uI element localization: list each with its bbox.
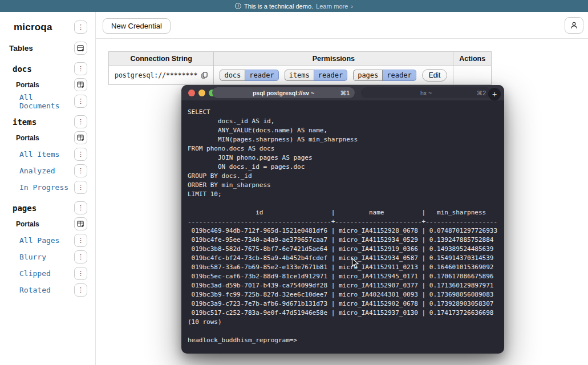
table-name[interactable]: items bbox=[13, 117, 37, 127]
analyzed-menu-button[interactable]: ⋮ bbox=[74, 164, 87, 177]
new-terminal-tab-button[interactable]: + bbox=[488, 88, 501, 100]
add-table-button[interactable] bbox=[74, 42, 87, 55]
user-account-button[interactable] bbox=[565, 17, 583, 34]
col-actions: Actions bbox=[453, 52, 492, 66]
sidebar-portal-all-documents: All Documents ⋮ bbox=[0, 95, 95, 108]
kebab-icon: ⋮ bbox=[78, 24, 84, 30]
col-permissions: Permissions bbox=[214, 52, 453, 66]
terminal-body[interactable]: SELECT docs._id AS id, ANY_VALUE(docs.na… bbox=[181, 100, 504, 354]
credential-row: postgresql://******** docsreaderitemsrea… bbox=[109, 66, 492, 85]
pages-add-portal-button[interactable] bbox=[74, 217, 87, 230]
actions-cell bbox=[453, 66, 492, 85]
portal-link[interactable]: All Items bbox=[19, 150, 59, 159]
tab-title: hx ~ bbox=[420, 90, 432, 96]
portal-link[interactable]: Blurry bbox=[19, 253, 46, 261]
all-items-menu-button[interactable]: ⋮ bbox=[74, 148, 87, 161]
info-icon: i bbox=[235, 3, 241, 9]
portal-link[interactable]: All Documents bbox=[19, 93, 74, 110]
sidebar-portal-rotated: Rotated ⋮ bbox=[0, 283, 95, 297]
new-credential-button[interactable]: New Credential bbox=[103, 18, 171, 34]
terminal-window: psql postgresql://sv ~ ⌘1 hx ~ ⌘2 + SELE… bbox=[181, 85, 504, 354]
person-icon bbox=[570, 21, 578, 30]
sidebar-table-items: items ⋮ bbox=[0, 115, 95, 128]
sidebar-portal-in-progress: In Progress ⋮ bbox=[0, 181, 95, 194]
kebab-icon: ⋮ bbox=[78, 184, 84, 190]
kebab-icon: ⋮ bbox=[78, 98, 84, 104]
sidebar-table-pages: pages ⋮ bbox=[0, 201, 95, 214]
col-connection-string: Connection String bbox=[109, 52, 214, 66]
tables-section-label: Tables bbox=[9, 44, 33, 52]
copy-icon[interactable] bbox=[201, 72, 208, 79]
items-add-portal-button[interactable] bbox=[74, 131, 87, 144]
banner-text: This is a technical demo. bbox=[244, 3, 313, 10]
permission-role: reader bbox=[245, 70, 278, 81]
table-name[interactable]: docs bbox=[13, 64, 32, 74]
app-header-row: microqa ⋮ bbox=[0, 21, 95, 34]
portal-link[interactable]: Analyzed bbox=[19, 167, 55, 175]
credentials-table: Connection String Permissions Actions po… bbox=[108, 51, 492, 85]
portal-link[interactable]: Rotated bbox=[19, 286, 51, 294]
edit-permissions-button[interactable]: Edit bbox=[422, 69, 448, 82]
permission-table: pages bbox=[353, 70, 383, 81]
clipped-menu-button[interactable]: ⋮ bbox=[74, 267, 87, 280]
sidebar-group-items: items ⋮ Portals All Items ⋮ Analyzed ⋮ I… bbox=[0, 115, 95, 194]
kebab-icon: ⋮ bbox=[78, 119, 84, 125]
permission-chip-items: itemsreader bbox=[285, 70, 347, 81]
portals-label-row-items: Portals bbox=[0, 131, 95, 144]
terminal-output: SELECT docs._id AS id, ANY_VALUE(docs.na… bbox=[188, 108, 498, 345]
sidebar-portal-clipped: Clipped ⋮ bbox=[0, 267, 95, 280]
kebab-icon: ⋮ bbox=[78, 237, 84, 244]
portals-label: Portals bbox=[16, 134, 39, 142]
connection-string-cell: postgresql://******** bbox=[109, 66, 214, 85]
permission-table: docs bbox=[220, 70, 245, 81]
kebab-icon: ⋮ bbox=[78, 151, 84, 157]
items-menu-button[interactable]: ⋮ bbox=[74, 115, 87, 128]
in-progress-menu-button[interactable]: ⋮ bbox=[74, 181, 87, 194]
tab-shortcut: ⌘1 bbox=[340, 90, 350, 96]
portal-link[interactable]: All Pages bbox=[19, 236, 59, 245]
app-menu-button[interactable]: ⋮ bbox=[74, 21, 87, 34]
portal-link[interactable]: Clipped bbox=[19, 269, 51, 278]
terminal-tab-hx[interactable]: hx ~ ⌘2 bbox=[361, 87, 491, 98]
rotated-menu-button[interactable]: ⋮ bbox=[74, 283, 87, 297]
portal-link[interactable]: In Progress bbox=[19, 183, 68, 192]
kebab-icon: ⋮ bbox=[78, 205, 84, 211]
portals-label-row-pages: Portals bbox=[0, 217, 95, 230]
portal-grid-plus-icon bbox=[77, 220, 84, 228]
permission-role: reader bbox=[382, 70, 416, 81]
demo-banner: i This is a technical demo. Learn more › bbox=[0, 0, 588, 12]
close-window-button[interactable] bbox=[188, 90, 195, 96]
portals-label: Portals bbox=[16, 220, 39, 228]
sidebar-portal-all-pages: All Pages ⋮ bbox=[0, 234, 95, 247]
portals-label-row-docs: Portals bbox=[0, 78, 95, 91]
minimize-window-button[interactable] bbox=[198, 90, 205, 96]
sidebar-table-docs: docs ⋮ bbox=[0, 62, 95, 75]
docs-add-portal-button[interactable] bbox=[74, 78, 87, 91]
blurry-menu-button[interactable]: ⋮ bbox=[74, 250, 87, 263]
learn-more-link[interactable]: Learn more bbox=[316, 3, 348, 10]
app-name: microqa bbox=[14, 22, 52, 33]
kebab-icon: ⋮ bbox=[78, 270, 84, 277]
pages-menu-button[interactable]: ⋮ bbox=[74, 201, 87, 214]
tables-section-row: Tables bbox=[0, 42, 95, 55]
docs-menu-button[interactable]: ⋮ bbox=[74, 62, 87, 75]
kebab-icon: ⋮ bbox=[78, 287, 84, 293]
permission-role: reader bbox=[314, 70, 347, 81]
sidebar-group-docs: docs ⋮ Portals All Documents ⋮ bbox=[0, 62, 95, 108]
all-pages-menu-button[interactable]: ⋮ bbox=[74, 234, 87, 247]
chevron-right-icon: › bbox=[351, 3, 353, 10]
sidebar-groups: docs ⋮ Portals All Documents ⋮ items ⋮ P… bbox=[0, 62, 95, 297]
permission-chip-pages: pagesreader bbox=[353, 70, 416, 81]
connection-string-value: postgresql://******** bbox=[115, 71, 197, 79]
table-name[interactable]: pages bbox=[13, 204, 37, 213]
sidebar-portal-blurry: Blurry ⋮ bbox=[0, 250, 95, 263]
kebab-icon: ⋮ bbox=[78, 168, 84, 174]
sidebar-group-pages: pages ⋮ Portals All Pages ⋮ Blurry ⋮ Cli… bbox=[0, 201, 95, 297]
table-plus-icon bbox=[77, 44, 84, 52]
terminal-tab-psql[interactable]: psql postgresql://sv ~ ⌘1 bbox=[212, 87, 355, 98]
terminal-titlebar[interactable]: psql postgresql://sv ~ ⌘1 hx ~ ⌘2 + bbox=[181, 85, 504, 100]
permission-chip-docs: docsreader bbox=[220, 70, 278, 81]
all-documents-menu-button[interactable]: ⋮ bbox=[74, 95, 87, 108]
kebab-icon: ⋮ bbox=[78, 254, 84, 260]
tab-title: psql postgresql://sv ~ bbox=[253, 90, 314, 96]
